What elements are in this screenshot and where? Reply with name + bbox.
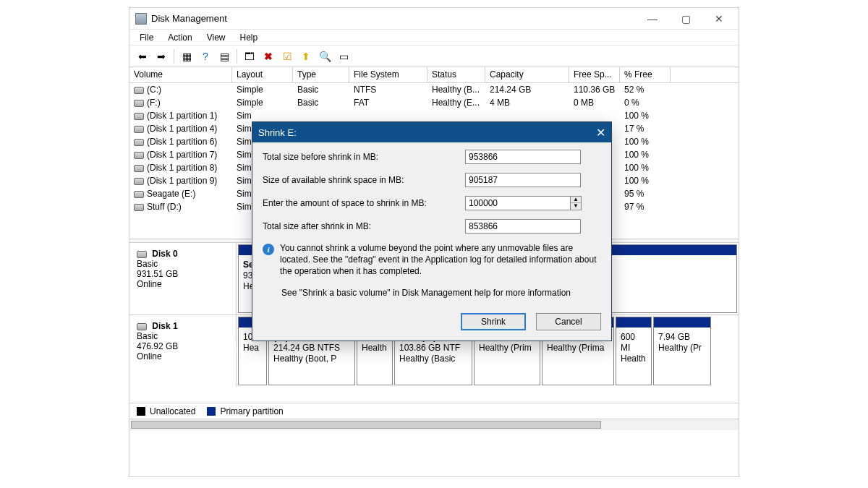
up-icon[interactable]: ⬆ xyxy=(297,48,315,64)
window-title: Disk Management xyxy=(151,13,636,24)
value-total-before: 953866 xyxy=(465,150,581,164)
dialog-title: Shrink E: xyxy=(258,127,297,138)
check-icon[interactable]: ☑ xyxy=(278,48,296,64)
label-available: Size of available shrink space in MB: xyxy=(263,175,465,185)
volume-icon xyxy=(134,204,144,211)
disk1-partition[interactable]: 7.94 GBHealthy (Pr xyxy=(653,317,711,385)
menu-help[interactable]: Help xyxy=(234,31,264,43)
properties-icon[interactable]: ▤ xyxy=(216,48,233,64)
help-icon[interactable]: ? xyxy=(197,48,214,64)
scrollbar-thumb[interactable] xyxy=(131,421,601,429)
col-capacity[interactable]: Capacity xyxy=(485,67,569,82)
disk-1-label[interactable]: Disk 1 Basic 476.92 GB Online xyxy=(129,315,237,387)
refresh-icon[interactable]: 🗔 xyxy=(241,48,258,64)
disk-icon xyxy=(137,323,147,330)
grid-icon[interactable]: ▦ xyxy=(178,48,195,64)
dialog-titlebar: Shrink E: ✕ xyxy=(252,122,611,142)
table-row[interactable]: (F:)SimpleBasicFATHealthy (E...4 MB0 MB0… xyxy=(129,96,739,109)
table-row[interactable]: (Disk 1 partition 1)Sim100 % xyxy=(129,109,739,122)
disk-icon xyxy=(137,251,147,258)
menu-file[interactable]: File xyxy=(134,31,159,43)
minimize-button[interactable]: — xyxy=(636,9,669,29)
legend-swatch-unallocated xyxy=(137,407,145,416)
maximize-button[interactable]: ▢ xyxy=(669,9,702,29)
app-icon xyxy=(135,13,147,25)
menu-action[interactable]: Action xyxy=(162,31,197,43)
dialog-hint: You cannot shrink a volume beyond the po… xyxy=(280,242,601,278)
info-icon: i xyxy=(263,244,274,255)
volume-icon xyxy=(134,165,144,172)
back-icon[interactable]: ⬅ xyxy=(134,48,151,64)
col-fs[interactable]: File System xyxy=(349,67,427,82)
spin-down-icon[interactable]: ▼ xyxy=(571,203,581,210)
legend-swatch-primary xyxy=(207,407,216,416)
toolbar: ⬅ ➡ ▦ ? ▤ 🗔 ✖ ☑ ⬆ 🔍 ▭ xyxy=(129,46,739,67)
volume-icon xyxy=(134,113,144,120)
shrink-button[interactable]: Shrink xyxy=(461,313,526,330)
menubar: File Action View Help xyxy=(129,30,739,46)
shrink-amount-input[interactable] xyxy=(465,196,571,210)
legend: Unallocated Primary partition xyxy=(129,403,739,419)
volume-icon xyxy=(134,191,144,198)
label-total-before: Total size before shrink in MB: xyxy=(263,152,465,162)
value-total-after: 853866 xyxy=(465,219,581,234)
volume-icon xyxy=(134,100,144,107)
label-total-after: Total size after shrink in MB: xyxy=(263,221,465,231)
zoom-icon[interactable]: 🔍 xyxy=(316,48,333,64)
menu-view[interactable]: View xyxy=(201,31,231,43)
table-row[interactable]: (C:)SimpleBasicNTFSHealthy (B...214.24 G… xyxy=(129,83,739,96)
titlebar: Disk Management — ▢ ✕ xyxy=(129,8,739,30)
volume-icon xyxy=(134,87,144,94)
volume-icon xyxy=(134,152,144,159)
disk1-partition[interactable]: 600 MIHealth xyxy=(616,317,652,385)
col-volume[interactable]: Volume xyxy=(129,67,232,82)
column-headers: Volume Layout Type File System Status Ca… xyxy=(129,67,739,83)
shrink-dialog: Shrink E: ✕ Total size before shrink in … xyxy=(252,121,612,341)
volume-icon xyxy=(134,139,144,146)
dialog-help-link: See "Shrink a basic volume" in Disk Mana… xyxy=(281,288,601,298)
col-free[interactable]: Free Sp... xyxy=(569,67,620,82)
horizontal-scrollbar[interactable] xyxy=(129,419,739,430)
shrink-amount-spinner[interactable]: ▲ ▼ xyxy=(571,196,582,210)
col-status[interactable]: Status xyxy=(427,67,485,82)
cancel-button[interactable]: Cancel xyxy=(536,313,601,330)
col-layout[interactable]: Layout xyxy=(232,67,293,82)
volume-icon xyxy=(134,178,144,185)
delete-icon[interactable]: ✖ xyxy=(260,48,277,64)
label-enter-amount: Enter the amount of space to shrink in M… xyxy=(263,198,465,208)
volume-icon xyxy=(134,126,144,133)
col-type[interactable]: Type xyxy=(293,67,349,82)
value-available: 905187 xyxy=(465,173,581,187)
pane-icon[interactable]: ▭ xyxy=(335,48,352,64)
forward-icon[interactable]: ➡ xyxy=(153,48,170,64)
close-button[interactable]: ✕ xyxy=(702,9,736,29)
dialog-close-icon[interactable]: ✕ xyxy=(596,126,605,140)
col-pfree[interactable]: % Free xyxy=(620,67,671,82)
disk-0-label[interactable]: Disk 0 Basic 931.51 GB Online xyxy=(129,243,237,314)
